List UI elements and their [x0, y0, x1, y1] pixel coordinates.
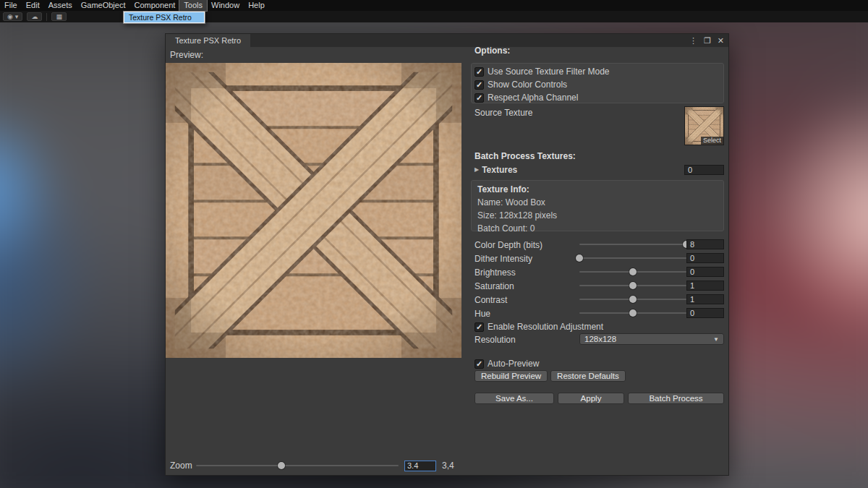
- zoom-slider-handle[interactable]: [278, 462, 285, 469]
- color-depth-slider[interactable]: [579, 238, 686, 251]
- zoom-value-input[interactable]: [404, 461, 436, 471]
- saturation-value[interactable]: 1: [686, 281, 724, 291]
- account-button[interactable]: ◉ ▾: [3, 12, 22, 21]
- foldout-arrow-icon: ▶: [475, 166, 479, 173]
- texture-preview: [166, 63, 461, 358]
- saturation-label: Saturation: [475, 281, 514, 291]
- enable-resolution-checkbox[interactable]: [475, 322, 484, 332]
- texture-info-header: Texture Info:: [477, 184, 718, 196]
- saturation-slider[interactable]: [579, 279, 686, 292]
- chevron-down-icon: ▾: [15, 13, 19, 20]
- contrast-label: Contrast: [475, 295, 507, 305]
- menu-window[interactable]: Window: [207, 0, 244, 11]
- slider-row-hue: Hue 0: [471, 307, 724, 320]
- zoom-label: Zoom: [170, 461, 196, 471]
- menu-edit[interactable]: Edit: [22, 0, 44, 11]
- brightness-handle[interactable]: [629, 268, 637, 275]
- auto-preview-label: Auto-Preview: [488, 359, 539, 369]
- texture-info-name: Name: Wood Box: [477, 196, 718, 209]
- account-icon: ◉: [7, 13, 13, 20]
- zoom-value-display: 3,4: [442, 461, 454, 471]
- menu-help[interactable]: Help: [244, 0, 269, 11]
- screen: File Edit Assets GameObject Component To…: [0, 0, 868, 488]
- hue-slider[interactable]: [579, 307, 686, 320]
- resolution-label: Resolution: [475, 335, 516, 345]
- toolbar-separator: [46, 13, 47, 21]
- enable-resolution-label: Enable Resolution Adjustment: [488, 322, 603, 332]
- dither-slider[interactable]: [579, 252, 686, 265]
- filter-mode-checkbox[interactable]: [475, 67, 484, 77]
- resolution-value: 128x128: [584, 335, 713, 343]
- menu-item-texture-psx-retro[interactable]: Texture PSX Retro: [124, 12, 204, 22]
- dither-value[interactable]: 0: [686, 253, 724, 263]
- color-depth-track[interactable]: [579, 244, 686, 245]
- grid-button[interactable]: ▦: [51, 12, 67, 21]
- color-controls-label: Show Color Controls: [488, 80, 567, 90]
- tools-dropdown-menu: Texture PSX Retro: [123, 11, 205, 24]
- dither-label: Dither Intensity: [475, 254, 532, 264]
- batch-process-button[interactable]: Batch Process: [628, 393, 724, 404]
- zoom-slider-track[interactable]: [196, 465, 399, 466]
- slider-row-saturation: Saturation 1: [471, 279, 724, 293]
- cloud-button[interactable]: ☁: [27, 12, 42, 21]
- brightness-slider[interactable]: [579, 265, 686, 278]
- preview-label: Preview:: [170, 50, 203, 60]
- texture-info-size: Size: 128x128 pixels: [477, 209, 718, 222]
- brightness-value[interactable]: 0: [686, 267, 724, 277]
- source-texture-label: Source Texture: [475, 108, 533, 118]
- menu-tools[interactable]: Tools: [179, 0, 207, 11]
- dropdown-caret-icon: ▼: [713, 336, 719, 343]
- auto-preview-checkbox[interactable]: [475, 359, 484, 369]
- menu-assets[interactable]: Assets: [44, 0, 77, 11]
- contrast-slider[interactable]: [579, 293, 686, 306]
- filter-mode-label: Use Source Texture Filter Mode: [488, 67, 610, 77]
- rebuild-restore-row: Rebuild Preview Restore Defaults: [475, 370, 626, 382]
- restore-defaults-button[interactable]: Restore Defaults: [550, 370, 626, 382]
- alpha-channel-checkbox[interactable]: [475, 93, 484, 103]
- menu-gameobject[interactable]: GameObject: [77, 0, 130, 11]
- color-controls-checkbox[interactable]: [475, 80, 484, 90]
- brightness-label: Brightness: [475, 267, 516, 278]
- save-as-button[interactable]: Save As...: [475, 393, 554, 404]
- batch-process-header: Batch Process Textures:: [475, 151, 576, 161]
- slider-row-dither: Dither Intensity 0: [471, 252, 724, 265]
- window-tab[interactable]: Texture PSX Retro: [166, 34, 250, 47]
- apply-button[interactable]: Apply: [558, 393, 624, 404]
- contrast-handle[interactable]: [629, 296, 637, 303]
- textures-count-field[interactable]: 0: [684, 165, 724, 175]
- enable-resolution-row: Enable Resolution Adjustment: [475, 320, 603, 333]
- resolution-dropdown[interactable]: 128x128 ▼: [579, 333, 724, 345]
- option-row-color-controls: Show Color Controls: [475, 78, 723, 91]
- grid-icon: ▦: [56, 13, 62, 20]
- select-texture-button[interactable]: Select: [701, 137, 723, 145]
- options-group: Use Source Texture Filter Mode Show Colo…: [471, 63, 724, 103]
- texture-info-batch-count: Batch Count: 0: [477, 222, 718, 235]
- dither-track[interactable]: [579, 257, 686, 259]
- color-depth-label: Color Depth (bits): [475, 240, 542, 250]
- hue-handle[interactable]: [629, 309, 637, 317]
- option-row-alpha-channel: Respect Alpha Channel: [475, 91, 723, 104]
- rebuild-preview-button[interactable]: Rebuild Preview: [475, 370, 548, 382]
- contrast-value[interactable]: 1: [686, 294, 724, 304]
- settings-panel: Options: Use Source Texture Filter Mode …: [471, 34, 724, 475]
- zoom-row: Zoom 3,4: [170, 459, 454, 472]
- options-header: Options:: [475, 46, 510, 56]
- saturation-handle[interactable]: [629, 282, 637, 289]
- slider-row-color-depth: Color Depth (bits) 8: [471, 238, 724, 252]
- textures-foldout-label: Textures: [482, 165, 517, 175]
- texture-info-group: Texture Info: Name: Wood Box Size: 128x1…: [471, 180, 724, 231]
- menu-file[interactable]: File: [0, 0, 22, 11]
- dither-handle[interactable]: [576, 254, 583, 262]
- texture-psx-retro-window: Texture PSX Retro ⋮ ❐ ✕ Preview:: [165, 33, 729, 476]
- cloud-icon: ☁: [31, 13, 38, 20]
- option-row-filter-mode: Use Source Texture Filter Mode: [475, 65, 723, 78]
- source-texture-thumbnail[interactable]: Select: [684, 106, 724, 145]
- color-depth-value[interactable]: 8: [686, 239, 724, 249]
- hue-value[interactable]: 0: [686, 308, 724, 318]
- menu-component[interactable]: Component: [129, 0, 179, 11]
- zoom-slider[interactable]: [196, 459, 399, 472]
- wood-crate-texture: [166, 63, 461, 358]
- textures-foldout[interactable]: ▶ Textures: [475, 164, 517, 175]
- auto-preview-row: Auto-Preview: [475, 357, 539, 370]
- hue-label: Hue: [475, 309, 490, 319]
